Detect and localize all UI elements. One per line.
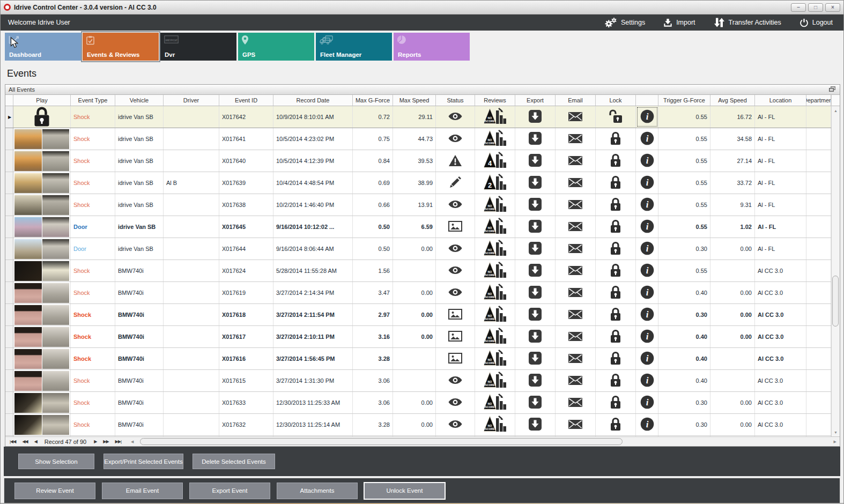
row-selector[interactable] xyxy=(5,414,13,435)
column-header-play[interactable]: Play xyxy=(13,95,71,106)
column-header-max_speed[interactable]: Max Speed xyxy=(393,95,436,106)
cell-status[interactable] xyxy=(436,172,475,194)
cell-reviews[interactable]: NOSCORE xyxy=(475,326,515,347)
export-print-selected-button[interactable]: Export/Print Selected Events xyxy=(103,454,183,469)
column-header-avg_speed[interactable]: Avg Speed xyxy=(710,95,755,106)
table-row[interactable]: ShockBMW740iX0176183/27/2014 2:11:54 PM2… xyxy=(5,304,831,326)
cell-lock[interactable] xyxy=(596,414,636,435)
cell-email[interactable] xyxy=(556,348,596,369)
cell-status[interactable] xyxy=(436,370,475,391)
event-thumbnail[interactable] xyxy=(14,393,69,413)
cell-info[interactable]: i xyxy=(636,216,658,238)
cell-play[interactable] xyxy=(13,414,71,435)
row-selector[interactable] xyxy=(5,304,13,325)
cell-email[interactable] xyxy=(556,106,596,128)
cell-lock[interactable] xyxy=(596,392,636,413)
cell-play[interactable] xyxy=(13,304,71,325)
table-row[interactable]: Dooridrive Van SBX0176459/16/2014 10:12:… xyxy=(5,216,831,238)
cell-reviews[interactable]: NOSCORE xyxy=(475,370,515,391)
nav-prev-button[interactable]: ◀ xyxy=(31,439,40,444)
cell-email[interactable] xyxy=(556,216,596,238)
table-row[interactable]: Shockidrive Van SBX01764110/5/2014 4:23:… xyxy=(5,128,831,150)
row-selector[interactable] xyxy=(5,370,13,391)
vertical-scrollbar-track[interactable] xyxy=(832,115,840,428)
column-header-info[interactable] xyxy=(636,95,658,106)
row-selector[interactable] xyxy=(5,128,13,150)
cell-play[interactable] xyxy=(13,194,71,216)
column-header-department[interactable]: Department xyxy=(806,95,831,106)
cell-status[interactable] xyxy=(436,260,475,281)
cell-status[interactable] xyxy=(436,392,475,413)
cell-status[interactable] xyxy=(436,128,475,150)
cell-lock[interactable] xyxy=(596,326,636,347)
cell-reviews[interactable]: NOSCORE xyxy=(475,392,515,413)
cell-email[interactable] xyxy=(556,370,596,391)
vertical-scrollbar-thumb[interactable] xyxy=(832,276,839,327)
cell-play[interactable] xyxy=(13,238,71,260)
event-thumbnail[interactable] xyxy=(14,261,69,281)
column-header-email[interactable]: Email xyxy=(556,95,596,106)
event-thumbnail[interactable] xyxy=(14,239,69,259)
cell-reviews[interactable]: NOSCORE xyxy=(475,414,515,435)
column-header-reviews[interactable]: Reviews xyxy=(475,95,515,106)
cell-export[interactable] xyxy=(515,304,556,325)
event-thumbnail[interactable] xyxy=(14,415,69,435)
cell-export[interactable] xyxy=(515,260,556,281)
row-selector[interactable]: ▶ xyxy=(5,106,13,128)
table-row[interactable] xyxy=(5,436,831,436)
table-row[interactable]: ShockBMW740iX0176153/27/2014 1:31:30 PM3… xyxy=(5,370,831,392)
table-row[interactable]: ShockBMW740iX0176173/27/2014 2:10:11 PM3… xyxy=(5,326,831,348)
cell-email[interactable] xyxy=(556,194,596,216)
transfer-activities-button[interactable]: Transfer Activities xyxy=(714,18,781,27)
column-header-trigger_g[interactable]: Trigger G-Force xyxy=(658,95,710,106)
cell-export[interactable] xyxy=(515,326,556,347)
nav-prev-page-button[interactable]: ◀◀ xyxy=(19,439,31,444)
row-selector[interactable] xyxy=(5,260,13,281)
column-header-status[interactable]: Status xyxy=(436,95,475,106)
cell-lock[interactable] xyxy=(596,194,636,216)
cell-reviews[interactable]: 2 xyxy=(475,172,515,194)
event-thumbnail[interactable] xyxy=(14,283,69,303)
cell-export[interactable] xyxy=(515,150,556,172)
vertical-scrollbar[interactable]: ▲ ▼ xyxy=(831,95,840,436)
row-selector[interactable] xyxy=(5,348,13,369)
cell-info[interactable]: i xyxy=(636,414,658,435)
tab-gps[interactable]: GPS xyxy=(238,33,314,61)
horizontal-scrollbar[interactable]: ◀ ▶ xyxy=(129,437,839,446)
tab-reports[interactable]: Reports xyxy=(394,33,470,61)
cell-reviews[interactable]: NOSCORE xyxy=(475,194,515,216)
logout-button[interactable]: Logout xyxy=(799,18,833,27)
cell-play[interactable] xyxy=(13,150,71,172)
column-header-record_date[interactable]: Record Date xyxy=(273,95,353,106)
cell-info[interactable]: i xyxy=(636,260,658,281)
cell-reviews[interactable]: NOSCORE xyxy=(475,260,515,281)
tab-fleet-manager[interactable]: Fleet Manager xyxy=(316,33,392,61)
cell-status[interactable] xyxy=(436,150,475,172)
unlock-event-button[interactable]: Unlock Event xyxy=(364,483,445,499)
tab-dashboard[interactable]: Dashboard xyxy=(5,33,81,61)
import-button[interactable]: Import xyxy=(663,18,695,27)
cell-info[interactable]: i xyxy=(636,370,658,391)
cell-status[interactable] xyxy=(436,414,475,435)
row-selector[interactable] xyxy=(5,216,13,238)
event-thumbnail[interactable] xyxy=(14,327,69,347)
row-selector[interactable] xyxy=(5,238,13,260)
cell-email[interactable] xyxy=(556,304,596,325)
column-header-export[interactable]: Export xyxy=(515,95,556,106)
cascade-windows-icon[interactable] xyxy=(829,86,835,93)
horizontal-scrollbar-thumb[interactable] xyxy=(140,438,623,445)
close-button[interactable]: × xyxy=(825,3,840,12)
table-row[interactable]: ShockBMW740iX0176163/27/2014 1:56:45 PM3… xyxy=(5,348,831,370)
cell-lock[interactable] xyxy=(596,216,636,238)
cell-export[interactable] xyxy=(515,414,556,435)
scroll-up-arrow-icon[interactable]: ▲ xyxy=(832,106,840,115)
cell-export[interactable] xyxy=(515,194,556,216)
cell-status[interactable] xyxy=(436,194,475,216)
row-selector[interactable] xyxy=(5,436,13,436)
nav-first-button[interactable]: |◀◀ xyxy=(6,439,19,444)
event-thumbnail[interactable] xyxy=(14,129,69,149)
cell-play[interactable] xyxy=(13,392,71,413)
show-selection-button[interactable]: Show Selection xyxy=(18,454,94,469)
cell-reviews[interactable]: NOSCORE xyxy=(475,128,515,150)
cell-info[interactable]: i xyxy=(636,326,658,347)
